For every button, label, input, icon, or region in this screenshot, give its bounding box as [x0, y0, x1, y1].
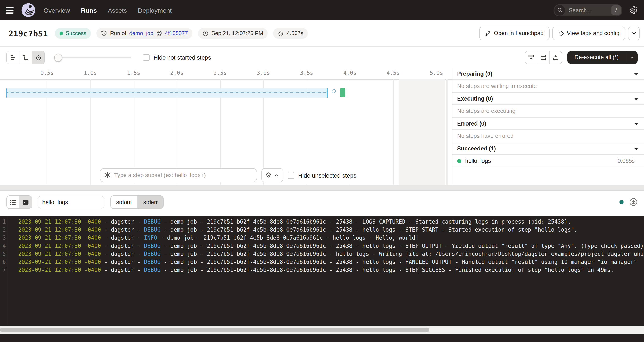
run-of-pill: Run of demo_job @ 4f105077: [96, 28, 192, 39]
open-in-launchpad-label: Open in Launchpad: [494, 30, 544, 36]
dependency-lane: [6, 88, 328, 98]
nav-item-runs[interactable]: Runs: [81, 6, 97, 14]
dependency-dotted-line: [7, 92, 327, 92]
gantt-chart: 0.5s1.0s1.5s2.0s2.5s3.0s3.5s4.0s4.5s5.0s: [0, 68, 452, 185]
log-toolbar: stdoutstderr: [0, 191, 644, 214]
gantt-step-bar-hello-logs[interactable]: [340, 88, 346, 97]
step-row[interactable]: hello_logs0.065s: [452, 155, 644, 168]
graph-query-toggle-button[interactable]: [261, 168, 283, 182]
dagster-run-page: OverviewRunsAssetsDeployment / 219c7b51 …: [0, 0, 644, 342]
panel-resize-handle[interactable]: [0, 185, 644, 191]
step-status-panel: Preparing (0)No steps are waiting to exe…: [452, 68, 644, 185]
axis-tick: 4.0s: [343, 68, 356, 79]
log-step-filter-input[interactable]: [38, 196, 104, 208]
log-view-mode-group: [6, 195, 32, 209]
log-timestamp: 2023-09-21 12:07:30 -0400: [18, 226, 101, 233]
axis-tick: 5.0s: [430, 68, 443, 79]
log-timestamp: 2023-09-21 12:07:30 -0400: [18, 234, 101, 241]
search-icon-circle: [554, 5, 565, 16]
step-subset-input[interactable]: [100, 168, 257, 182]
structured-log-view-button[interactable]: [7, 196, 19, 208]
hide-unselected-checkbox[interactable]: [288, 172, 294, 178]
chevron-down-icon: [631, 30, 636, 36]
flat-view-icon: [10, 54, 16, 60]
gantt-flat-view-button[interactable]: [7, 51, 19, 64]
run-timestamp-pill: Sep 21, 12:07:26 PM: [198, 28, 268, 39]
reexecute-all-button[interactable]: Re-execute all (*): [567, 51, 638, 64]
axis-tick: 3.0s: [257, 68, 270, 79]
gantt-time-axis: 0.5s1.0s1.5s2.0s2.5s3.0s3.5s4.0s4.5s5.0s: [0, 68, 452, 80]
step-group-header[interactable]: Succeeded (1): [452, 142, 644, 155]
expand-panel-up-button[interactable]: [549, 51, 561, 64]
step-group-header[interactable]: Preparing (0): [452, 68, 644, 80]
hide-not-started-checkbox-row[interactable]: Hide not started steps: [143, 54, 211, 61]
gantt-waterfall-view-button[interactable]: [19, 51, 32, 64]
gear-icon[interactable]: [630, 6, 638, 14]
code-version-link[interactable]: 4f105077: [165, 30, 188, 36]
nav-item-assets[interactable]: Assets: [108, 6, 127, 14]
panel-layout-group: [524, 50, 562, 64]
axis-tick: 2.5s: [214, 68, 227, 79]
hide-not-started-checkbox[interactable]: [143, 54, 150, 61]
log-line: 22023-09-21 12:07:30 -0400 - dagster - D…: [0, 226, 644, 234]
step-group-header[interactable]: Errored (0): [452, 118, 644, 130]
download-log-icon[interactable]: [629, 198, 638, 206]
run-actions-dropdown-button[interactable]: [628, 26, 640, 40]
tab-stderr[interactable]: stderr: [138, 196, 164, 208]
log-line-number: 3: [0, 234, 6, 242]
pencil-icon: [485, 30, 491, 36]
raw-log-view-button[interactable]: [19, 196, 32, 208]
open-in-launchpad-button[interactable]: Open in Launchpad: [479, 26, 550, 40]
collapse-panel-down-button[interactable]: [525, 51, 537, 64]
gantt-timed-view-button[interactable]: [32, 51, 44, 64]
horizontal-scrollbar-thumb[interactable]: [0, 328, 429, 332]
gantt-vertical-scrollbar[interactable]: [446, 80, 448, 185]
run-timestamp: Sep 21, 12:07:26 PM: [212, 30, 263, 36]
job-name-link[interactable]: demo_job: [129, 30, 153, 36]
run-header: 219c7b51 Success Run of demo_job @ 4f105…: [0, 20, 644, 46]
raw-log-viewer[interactable]: 12023-09-21 12:07:30 -0400 - dagster - D…: [0, 216, 644, 326]
gantt-view-mode-group: [6, 50, 45, 64]
chevron-down-icon: [634, 70, 638, 77]
log-timestamp: 2023-09-21 12:07:30 -0400: [18, 259, 101, 265]
hide-unselected-checkbox-row[interactable]: Hide unselected steps: [288, 172, 356, 178]
log-line: 32023-09-21 12:07:30 -0400 - dagster - I…: [0, 234, 644, 242]
step-group-title: Executing (0): [457, 95, 634, 102]
log-source: - dagster -: [101, 259, 144, 265]
reexecute-dropdown-caret[interactable]: [626, 51, 638, 64]
stdout-stderr-tabs: stdoutstderr: [110, 195, 164, 209]
run-status-badge: Success: [55, 28, 91, 39]
hamburger-menu-icon[interactable]: [6, 6, 14, 14]
log-source: - dagster -: [101, 251, 144, 257]
history-icon: [101, 30, 107, 36]
hide-unselected-label: Hide unselected steps: [298, 172, 356, 178]
zoom-slider-track[interactable]: [58, 56, 131, 58]
step-group-header[interactable]: Executing (0): [452, 92, 644, 105]
log-message: - demo_job - 219c7b51-b62f-4e5b-8de8-0e7…: [160, 267, 614, 273]
run-of-prefix: Run of: [110, 30, 126, 36]
axis-tick: 1.0s: [84, 68, 97, 79]
step-start-marker: [332, 89, 336, 93]
step-group-empty-message: No steps have errored: [452, 130, 644, 142]
zoom-slider-knob[interactable]: [54, 54, 62, 62]
log-source: - dagster -: [101, 234, 144, 241]
log-capture-status-dot: [620, 200, 624, 204]
caret-down-icon: [630, 55, 634, 60]
nav-item-overview[interactable]: Overview: [44, 6, 70, 14]
log-line: 12023-09-21 12:07:30 -0400 - dagster - D…: [0, 218, 644, 226]
gantt-zoom-slider[interactable]: [54, 51, 131, 64]
split-panels-icon: [540, 54, 546, 60]
view-tags-config-button[interactable]: View tags and config: [552, 26, 626, 40]
split-panels-button[interactable]: [537, 51, 549, 64]
log-level: DEBUG: [144, 251, 160, 257]
run-header-actions: Open in Launchpad View tags and config: [479, 26, 640, 40]
log-line: 62023-09-21 12:07:30 -0400 - dagster - D…: [0, 258, 644, 266]
log-line-number: 4: [0, 242, 6, 250]
nav-item-deployment[interactable]: Deployment: [138, 6, 172, 14]
gantt-toolbar-right: Re-execute all (*): [524, 50, 638, 64]
log-message: - demo_job - 219c7b51-b62f-4e5b-8de8-0e7…: [160, 243, 644, 249]
gridline: [393, 80, 394, 185]
run-duration-pill: 4.567s: [273, 28, 308, 39]
tab-stdout[interactable]: stdout: [111, 196, 138, 208]
dagster-logo[interactable]: [21, 3, 36, 17]
